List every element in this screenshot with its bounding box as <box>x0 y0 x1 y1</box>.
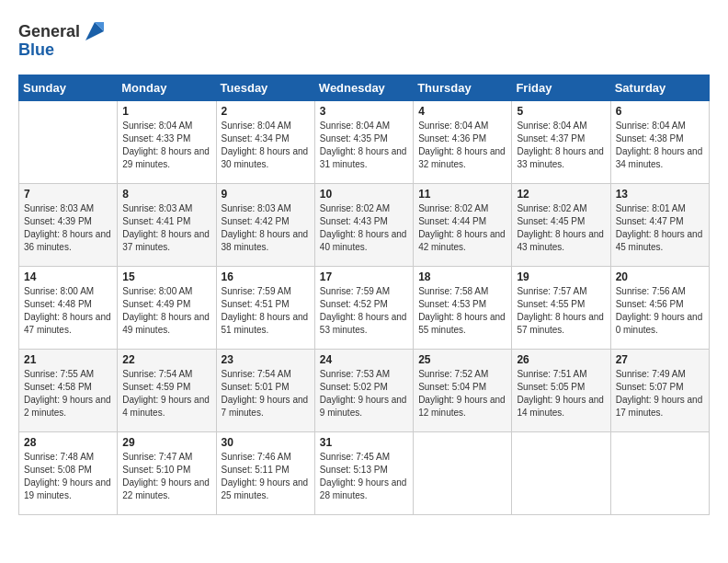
daylight-text: Daylight: 8 hours and 51 minutes. <box>222 311 310 337</box>
daylight-text: Daylight: 8 hours and 42 minutes. <box>418 228 506 254</box>
sunset-text: Sunset: 4:35 PM <box>320 132 408 145</box>
sunset-text: Sunset: 5:11 PM <box>222 464 310 477</box>
day-info: Sunrise: 8:04 AMSunset: 4:36 PMDaylight:… <box>418 120 506 171</box>
calendar-cell: 5Sunrise: 8:04 AMSunset: 4:37 PMDaylight… <box>512 101 610 184</box>
daylight-text: Daylight: 8 hours and 31 minutes. <box>320 145 408 171</box>
day-info: Sunrise: 7:45 AMSunset: 5:13 PMDaylight:… <box>320 451 408 502</box>
sunset-text: Sunset: 4:47 PM <box>616 215 704 228</box>
daylight-text: Daylight: 8 hours and 36 minutes. <box>24 228 112 254</box>
sunrise-text: Sunrise: 8:03 AM <box>24 202 112 215</box>
sunset-text: Sunset: 4:53 PM <box>418 298 506 311</box>
calendar-header-row: SundayMondayTuesdayWednesdayThursdayFrid… <box>19 75 710 101</box>
daylight-text: Daylight: 8 hours and 45 minutes. <box>616 228 704 254</box>
daylight-text: Daylight: 8 hours and 29 minutes. <box>122 145 210 171</box>
daylight-text: Daylight: 8 hours and 43 minutes. <box>517 228 605 254</box>
day-number: 8 <box>122 188 210 201</box>
day-info: Sunrise: 8:03 AMSunset: 4:42 PMDaylight:… <box>222 202 310 254</box>
calendar-cell: 24Sunrise: 7:53 AMSunset: 5:02 PMDayligh… <box>314 350 413 432</box>
sunset-text: Sunset: 4:51 PM <box>222 298 310 311</box>
logo: General Blue <box>18 18 108 60</box>
daylight-text: Daylight: 8 hours and 37 minutes. <box>122 228 210 254</box>
sunrise-text: Sunrise: 7:48 AM <box>24 451 112 464</box>
calendar-cell: 25Sunrise: 7:52 AMSunset: 5:04 PMDayligh… <box>414 350 512 432</box>
calendar-body: 1Sunrise: 8:04 AMSunset: 4:33 PMDaylight… <box>19 101 710 515</box>
sunrise-text: Sunrise: 7:51 AM <box>517 368 605 381</box>
day-info: Sunrise: 7:48 AMSunset: 5:08 PMDaylight:… <box>24 451 112 502</box>
day-number: 25 <box>418 353 506 366</box>
daylight-text: Daylight: 9 hours and 14 minutes. <box>517 394 605 419</box>
calendar-cell: 8Sunrise: 8:03 AMSunset: 4:41 PMDaylight… <box>118 184 216 267</box>
sunset-text: Sunset: 4:44 PM <box>418 215 506 228</box>
calendar-week-row: 21Sunrise: 7:55 AMSunset: 4:58 PMDayligh… <box>19 350 710 432</box>
calendar-header-tuesday: Tuesday <box>216 75 314 101</box>
logo-general-text: General <box>18 22 80 41</box>
day-number: 3 <box>320 105 408 118</box>
day-info: Sunrise: 8:04 AMSunset: 4:33 PMDaylight:… <box>122 120 210 171</box>
day-info: Sunrise: 8:02 AMSunset: 4:43 PMDaylight:… <box>320 202 408 254</box>
sunrise-text: Sunrise: 7:47 AM <box>122 451 210 464</box>
calendar-cell: 31Sunrise: 7:45 AMSunset: 5:13 PMDayligh… <box>314 432 413 515</box>
sunset-text: Sunset: 5:10 PM <box>122 464 210 477</box>
calendar-cell <box>512 432 610 515</box>
daylight-text: Daylight: 9 hours and 22 minutes. <box>122 477 210 502</box>
sunset-text: Sunset: 5:01 PM <box>222 381 310 394</box>
day-number: 4 <box>418 105 506 118</box>
calendar-cell: 26Sunrise: 7:51 AMSunset: 5:05 PMDayligh… <box>512 350 610 432</box>
sunrise-text: Sunrise: 8:00 AM <box>24 285 112 298</box>
sunrise-text: Sunrise: 7:54 AM <box>122 368 210 381</box>
calendar-header-thursday: Thursday <box>414 75 512 101</box>
sunset-text: Sunset: 5:04 PM <box>418 381 506 394</box>
day-number: 24 <box>320 353 408 366</box>
day-info: Sunrise: 8:01 AMSunset: 4:47 PMDaylight:… <box>616 202 704 254</box>
sunset-text: Sunset: 4:38 PM <box>616 132 704 145</box>
sunrise-text: Sunrise: 8:04 AM <box>616 120 704 132</box>
day-number: 27 <box>616 353 704 366</box>
day-info: Sunrise: 7:57 AMSunset: 4:55 PMDaylight:… <box>517 285 605 337</box>
sunrise-text: Sunrise: 8:04 AM <box>418 120 506 132</box>
sunrise-text: Sunrise: 8:01 AM <box>616 202 704 215</box>
sunset-text: Sunset: 5:05 PM <box>517 381 605 394</box>
daylight-text: Daylight: 9 hours and 4 minutes. <box>122 394 210 419</box>
calendar-cell <box>414 432 512 515</box>
calendar-cell: 21Sunrise: 7:55 AMSunset: 4:58 PMDayligh… <box>19 350 118 432</box>
sunset-text: Sunset: 5:13 PM <box>320 464 408 477</box>
sunset-text: Sunset: 4:58 PM <box>24 381 112 394</box>
daylight-text: Daylight: 8 hours and 33 minutes. <box>517 145 605 171</box>
calendar-cell: 19Sunrise: 7:57 AMSunset: 4:55 PMDayligh… <box>512 267 610 350</box>
sunrise-text: Sunrise: 7:54 AM <box>222 368 310 381</box>
calendar-header-monday: Monday <box>118 75 216 101</box>
calendar-week-row: 28Sunrise: 7:48 AMSunset: 5:08 PMDayligh… <box>19 432 710 515</box>
day-info: Sunrise: 7:51 AMSunset: 5:05 PMDaylight:… <box>517 368 605 419</box>
sunrise-text: Sunrise: 7:59 AM <box>320 285 408 298</box>
sunset-text: Sunset: 4:39 PM <box>24 215 112 228</box>
day-info: Sunrise: 7:54 AMSunset: 5:01 PMDaylight:… <box>222 368 310 419</box>
day-number: 26 <box>517 353 605 366</box>
sunrise-text: Sunrise: 7:56 AM <box>616 285 704 298</box>
sunrise-text: Sunrise: 8:03 AM <box>222 202 310 215</box>
day-info: Sunrise: 8:03 AMSunset: 4:39 PMDaylight:… <box>24 202 112 254</box>
daylight-text: Daylight: 9 hours and 12 minutes. <box>418 394 506 419</box>
sunrise-text: Sunrise: 7:46 AM <box>222 451 310 464</box>
day-number: 6 <box>616 105 704 118</box>
day-number: 7 <box>24 188 112 201</box>
calendar-cell: 29Sunrise: 7:47 AMSunset: 5:10 PMDayligh… <box>118 432 216 515</box>
calendar-week-row: 7Sunrise: 8:03 AMSunset: 4:39 PMDaylight… <box>19 184 710 267</box>
calendar-cell: 17Sunrise: 7:59 AMSunset: 4:52 PMDayligh… <box>314 267 413 350</box>
page-header: General Blue <box>18 18 710 60</box>
day-number: 30 <box>222 436 310 449</box>
calendar-cell <box>19 101 118 184</box>
sunrise-text: Sunrise: 8:02 AM <box>418 202 506 215</box>
day-info: Sunrise: 7:52 AMSunset: 5:04 PMDaylight:… <box>418 368 506 419</box>
sunrise-text: Sunrise: 8:04 AM <box>122 120 210 132</box>
daylight-text: Daylight: 8 hours and 38 minutes. <box>222 228 310 254</box>
sunset-text: Sunset: 4:41 PM <box>122 215 210 228</box>
day-number: 5 <box>517 105 605 118</box>
sunset-text: Sunset: 4:45 PM <box>517 215 605 228</box>
daylight-text: Daylight: 9 hours and 7 minutes. <box>222 394 310 419</box>
sunrise-text: Sunrise: 8:04 AM <box>222 120 310 132</box>
day-info: Sunrise: 8:00 AMSunset: 4:49 PMDaylight:… <box>122 285 210 337</box>
sunset-text: Sunset: 4:55 PM <box>517 298 605 311</box>
day-number: 29 <box>122 436 210 449</box>
day-info: Sunrise: 8:02 AMSunset: 4:45 PMDaylight:… <box>517 202 605 254</box>
day-info: Sunrise: 7:46 AMSunset: 5:11 PMDaylight:… <box>222 451 310 502</box>
